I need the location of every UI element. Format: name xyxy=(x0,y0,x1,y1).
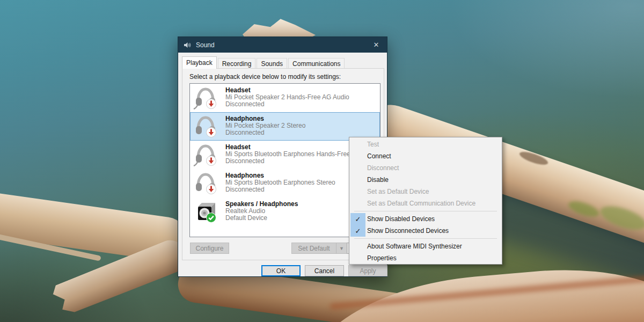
device-status: Disconnected xyxy=(225,101,378,108)
tab-strip: Playback Recording Sounds Communications xyxy=(182,56,346,69)
menu-item-disconnect[interactable]: Disconnect xyxy=(349,162,502,174)
menu-separator xyxy=(354,238,497,239)
device-description: Mi Pocket Speaker 2 Stereo xyxy=(225,122,378,129)
tab-recording[interactable]: Recording xyxy=(218,58,256,69)
menu-item-show-disabled-devices[interactable]: ✓ Show Disabled Devices xyxy=(349,213,502,225)
apply-button[interactable]: Apply xyxy=(348,265,387,276)
instruction-label: Select a playback device below to modify… xyxy=(189,73,341,80)
window-title: Sound xyxy=(196,41,215,49)
disconnected-badge-icon xyxy=(206,127,216,137)
menu-item-disable[interactable]: Disable xyxy=(349,174,502,186)
checkmark-icon: ✓ xyxy=(350,225,365,237)
disconnected-badge-icon xyxy=(206,184,216,194)
ok-button[interactable]: OK xyxy=(261,265,301,276)
tab-communications[interactable]: Communications xyxy=(288,58,345,69)
disconnected-badge-icon xyxy=(206,99,216,109)
menu-item-properties[interactable]: Properties xyxy=(349,252,502,264)
device-name: Headset xyxy=(225,87,378,94)
device-context-menu: Test Connect Disconnect Disable Set as D… xyxy=(349,137,502,265)
device-row[interactable]: Headset Mi Pocket Speaker 2 Hands-Free A… xyxy=(190,84,380,112)
sound-app-icon xyxy=(183,41,192,49)
menu-item-test[interactable]: Test xyxy=(349,138,502,150)
titlebar[interactable]: Sound ✕ xyxy=(178,37,387,53)
set-default-dropdown-button[interactable]: ▼ xyxy=(336,243,347,254)
checkmark-icon: ✓ xyxy=(350,213,365,225)
device-description: Mi Pocket Speaker 2 Hands-Free AG Audio xyxy=(225,94,378,101)
default-badge-icon xyxy=(206,213,216,223)
set-default-button[interactable]: Set Default xyxy=(291,243,336,254)
tab-playback[interactable]: Playback xyxy=(182,56,217,69)
cancel-button[interactable]: Cancel xyxy=(305,265,344,276)
device-name: Headphones xyxy=(225,115,378,122)
disconnected-badge-icon xyxy=(206,156,216,166)
menu-item-about-software-midi-synthesizer[interactable]: About Software MIDI Synthesizer xyxy=(349,240,502,252)
configure-button[interactable]: Configure xyxy=(190,243,229,254)
menu-separator xyxy=(354,211,497,211)
moss-patch xyxy=(567,198,601,219)
desktop: Sound ✕ Playback Recording Sounds Commun… xyxy=(0,0,644,322)
device-status: Disconnected xyxy=(225,129,378,136)
menu-item-label: Show Disconnected Devices xyxy=(367,227,449,235)
menu-item-show-disconnected-devices[interactable]: ✓ Show Disconnected Devices xyxy=(349,225,502,237)
menu-item-label: Show Disabled Devices xyxy=(367,215,435,223)
menu-item-set-default-device[interactable]: Set as Default Device xyxy=(349,186,502,197)
menu-item-set-default-communication-device[interactable]: Set as Default Communication Device xyxy=(349,197,502,209)
tab-sounds[interactable]: Sounds xyxy=(257,58,287,69)
close-button[interactable]: ✕ xyxy=(365,37,387,53)
menu-item-connect[interactable]: Connect xyxy=(349,150,502,162)
